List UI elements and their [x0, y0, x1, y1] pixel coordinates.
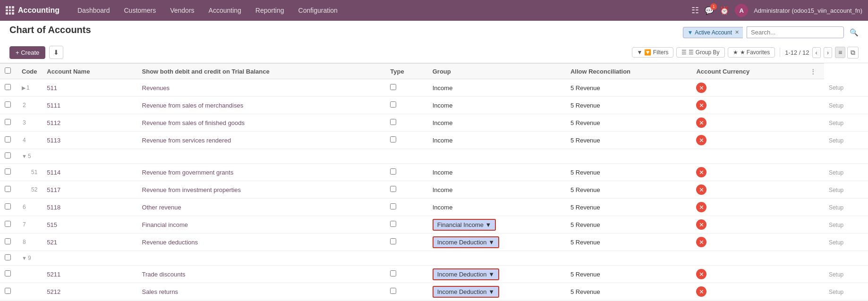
trial-balance-checkbox[interactable] — [390, 270, 396, 276]
trial-balance-cell[interactable] — [385, 181, 427, 199]
trial-balance-cell[interactable] — [385, 216, 427, 234]
nav-customers[interactable]: Customers — [118, 4, 163, 17]
search-input[interactable] — [747, 26, 844, 38]
nav-vendors[interactable]: Vendors — [163, 4, 201, 17]
clock-icon[interactable]: ⏰ — [720, 6, 729, 15]
create-button[interactable]: + Create — [9, 46, 45, 59]
reconcile-icon[interactable]: ✕ — [696, 269, 706, 279]
trial-balance-checkbox[interactable] — [390, 84, 396, 90]
search-icon[interactable]: 🔍 — [850, 28, 859, 37]
reconcile-cell[interactable]: ✕ — [691, 132, 805, 149]
reconcile-icon[interactable]: ✕ — [696, 167, 706, 177]
setup-link[interactable]: Setup — [829, 102, 843, 109]
row-expander[interactable]: ▶ — [22, 85, 26, 91]
row-checkbox[interactable] — [5, 203, 11, 209]
reconcile-icon[interactable]: ✕ — [696, 237, 706, 247]
setup-link[interactable]: Setup — [829, 239, 843, 246]
setup-cell[interactable]: Setup — [824, 164, 868, 181]
setup-cell[interactable]: Setup — [824, 266, 868, 283]
trial-balance-cell[interactable] — [385, 266, 427, 283]
row-expander[interactable]: ▼ — [22, 255, 27, 261]
reconcile-icon[interactable]: ✕ — [696, 184, 706, 195]
trial-balance-cell[interactable] — [385, 114, 427, 132]
reconcile-cell[interactable]: ✕ — [691, 114, 805, 132]
setup-cell[interactable]: Setup — [824, 132, 868, 149]
row-checkbox[interactable] — [5, 168, 11, 175]
trial-balance-cell[interactable] — [385, 164, 427, 181]
kanban-view-button[interactable]: ⧉ — [847, 47, 859, 59]
setup-cell[interactable]: Setup — [824, 216, 868, 234]
setup-cell[interactable]: Setup — [824, 97, 868, 114]
trial-balance-checkbox[interactable] — [390, 101, 396, 108]
row-checkbox[interactable] — [5, 136, 11, 142]
trial-balance-checkbox[interactable] — [390, 168, 396, 175]
reconcile-icon[interactable]: ✕ — [696, 219, 706, 230]
trial-balance-cell[interactable] — [385, 97, 427, 114]
setup-link[interactable]: Setup — [829, 84, 843, 91]
reconcile-icon[interactable]: ✕ — [696, 202, 706, 212]
reconcile-cell[interactable]: ✕ — [691, 266, 805, 283]
setup-cell[interactable]: Setup — [824, 199, 868, 216]
reconcile-cell[interactable]: ✕ — [691, 199, 805, 216]
trial-balance-checkbox[interactable] — [390, 203, 396, 209]
select-all-checkbox-header[interactable] — [0, 64, 17, 79]
row-checkbox[interactable] — [5, 288, 11, 294]
reconcile-icon[interactable]: ✕ — [696, 286, 706, 297]
reconcile-cell[interactable]: ✕ — [691, 79, 805, 97]
reconcile-cell[interactable]: ✕ — [691, 283, 805, 301]
apps-icon[interactable]: ☷ — [691, 5, 699, 16]
messages-icon[interactable]: 💬 1 — [705, 6, 714, 15]
type-dropdown[interactable]: Income Deduction ▼ — [433, 286, 499, 298]
reconcile-cell[interactable]: ✕ — [691, 181, 805, 199]
group-by-button[interactable]: ☰ ☰ Group By — [676, 47, 724, 58]
row-checkbox[interactable] — [5, 238, 11, 244]
prev-page-button[interactable]: ‹ — [812, 47, 821, 58]
list-view-button[interactable]: ≡ — [835, 47, 845, 58]
type-dropdown[interactable]: Income Deduction ▼ — [433, 236, 499, 248]
reconcile-cell[interactable]: ✕ — [691, 97, 805, 114]
select-all-checkbox[interactable] — [5, 67, 11, 74]
nav-reporting[interactable]: Reporting — [249, 4, 291, 17]
trial-balance-checkbox[interactable] — [390, 136, 396, 142]
trial-balance-checkbox[interactable] — [390, 221, 396, 227]
reconcile-cell[interactable]: ✕ — [691, 216, 805, 234]
filters-button[interactable]: ▼ 🔽 Filters — [632, 47, 674, 58]
nav-configuration[interactable]: Configuration — [292, 4, 344, 17]
setup-link[interactable]: Setup — [829, 289, 843, 295]
row-expander[interactable]: ▼ — [22, 153, 27, 159]
trial-balance-cell[interactable] — [385, 79, 427, 97]
setup-cell[interactable]: Setup — [824, 234, 868, 251]
trial-balance-checkbox[interactable] — [390, 288, 396, 294]
setup-link[interactable]: Setup — [829, 222, 843, 228]
trial-balance-cell[interactable] — [385, 199, 427, 216]
trial-balance-cell[interactable] — [385, 234, 427, 251]
setup-cell[interactable]: Setup — [824, 283, 868, 301]
type-cell[interactable]: Income Deduction ▼ — [428, 234, 566, 251]
nav-dashboard[interactable]: Dashboard — [71, 4, 117, 17]
setup-link[interactable]: Setup — [829, 137, 843, 144]
type-dropdown[interactable]: Income Deduction ▼ — [433, 268, 499, 280]
trial-balance-cell[interactable] — [385, 132, 427, 149]
trial-balance-cell[interactable] — [385, 283, 427, 301]
trial-balance-checkbox[interactable] — [390, 186, 396, 192]
remove-filter-tag[interactable]: ✕ — [735, 29, 739, 35]
reconcile-icon[interactable]: ✕ — [696, 135, 706, 145]
row-checkbox[interactable] — [5, 186, 11, 192]
nav-accounting[interactable]: Accounting — [202, 4, 248, 17]
download-button[interactable]: ⬇ — [49, 46, 63, 59]
reconcile-icon[interactable]: ✕ — [696, 117, 706, 128]
avatar[interactable]: A — [735, 4, 748, 17]
reconcile-icon[interactable]: ✕ — [696, 100, 706, 110]
setup-cell[interactable]: Setup — [824, 181, 868, 199]
type-cell[interactable]: Financial Income ▼ — [428, 216, 566, 234]
setup-link[interactable]: Setup — [829, 120, 843, 126]
setup-link[interactable]: Setup — [829, 204, 843, 211]
setup-cell[interactable]: Setup — [824, 79, 868, 97]
row-checkbox[interactable] — [5, 84, 11, 90]
setup-link[interactable]: Setup — [829, 187, 843, 193]
row-checkbox[interactable] — [5, 221, 11, 227]
setup-link[interactable]: Setup — [829, 271, 843, 278]
type-cell[interactable]: Income Deduction ▼ — [428, 266, 566, 283]
trial-balance-checkbox[interactable] — [390, 119, 396, 125]
user-name[interactable]: Administrator (odoo15_viin_account_fn) — [754, 7, 862, 14]
